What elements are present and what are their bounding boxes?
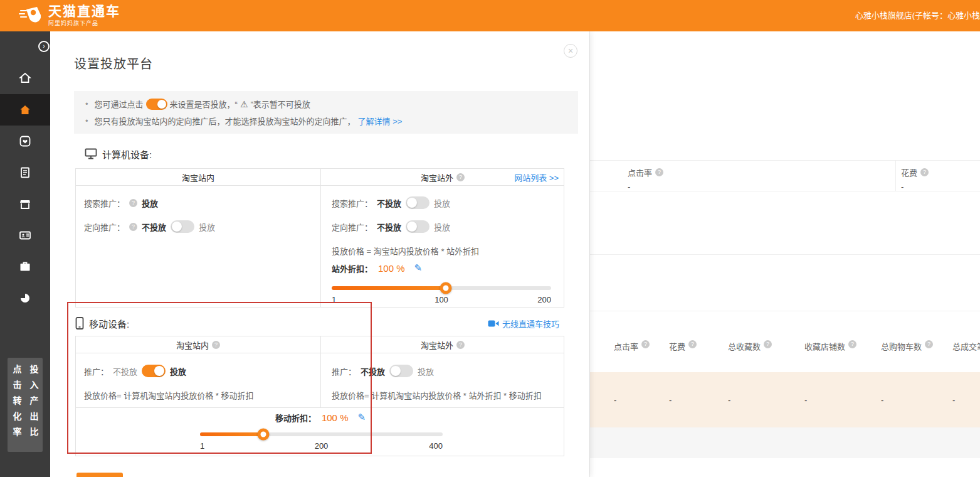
help-icon[interactable]: ? [129, 223, 137, 231]
toggle-knob [407, 222, 417, 232]
tip-target-promotion: 您只有投放淘宝站内的定向推广后，才能选择投放淘宝站外的定向推广， 了解详情 >> [85, 114, 567, 128]
mobile-section-heading: 移动设备: [75, 317, 129, 330]
sidebar-item-report[interactable] [0, 157, 50, 188]
column-header: 花费? [669, 340, 728, 372]
wireless-tips-link[interactable]: 无线直通车技巧 [488, 318, 559, 330]
cell-value: - [952, 395, 980, 405]
help-icon[interactable]: ? [456, 341, 465, 349]
summary-label-text: 点击率 [628, 166, 652, 178]
onsite-target-row: 定向推广： ? 不投放 投放 [84, 220, 215, 233]
cell-value: - [728, 395, 804, 405]
summary-value: - [901, 182, 980, 191]
mobile-discount-value: 100 % [322, 412, 349, 423]
mobile-onsite-toggle[interactable] [142, 365, 166, 377]
account-info[interactable]: 心雅小栈旗舰店(子帐号：心雅小栈 [855, 0, 980, 31]
column-header: 点击率? [614, 340, 669, 372]
slider-fill [200, 432, 263, 436]
tip-toggle-usage: 您可通过点击 来设置是否投放，“ ⚠ ”表示暂不可投放 [85, 97, 567, 111]
cell-value: - [669, 395, 728, 405]
home-icon [19, 72, 31, 84]
learn-more-link[interactable]: 了解详情 >> [358, 115, 403, 127]
sidebar-collapse-button[interactable]: › [38, 41, 50, 52]
offsite-discount-row: 站外折扣： 100 % ✎ [332, 260, 422, 276]
briefcase-icon [19, 260, 31, 273]
slider-mid-label: 200 [315, 441, 329, 451]
instructions-box: 您可通过点击 来设置是否投放，“ ⚠ ”表示暂不可投放 您只有投放淘宝站内的定向… [74, 91, 578, 134]
onsite-search-row: 搜索推广： ? 投放 [84, 196, 158, 210]
sidebar-item-campaign[interactable] [0, 94, 50, 126]
sidebar-item-account[interactable] [0, 220, 50, 251]
offsite-search-toggle[interactable] [406, 196, 429, 209]
background-summary-row: 点击率 ? - 花费 ? - [590, 160, 980, 191]
app-logo[interactable]: 天猫直通车 阿里妈妈旗下产品 [19, 4, 120, 27]
offsite-target-row: 定向推广： 不投放 投放 [332, 220, 450, 233]
metric-roi: 投入产出比 [28, 365, 40, 445]
onsite-column-header: 淘宝站内 [76, 169, 320, 186]
chevron-right-icon: › [43, 42, 45, 50]
divider [590, 311, 980, 311]
pie-chart-icon [19, 292, 31, 304]
offsite-discount-slider[interactable] [332, 286, 551, 290]
cell-value: - [614, 395, 669, 405]
computer-icon [85, 148, 97, 159]
logo-title: 天猫直通车 [48, 4, 120, 19]
slider-max-label: 400 [429, 441, 443, 451]
summary-cell-cost: 花费 ? - [896, 161, 980, 191]
background-table-header: 点击率? 花费? 总收藏数? 收藏店铺数? 总购物车数? 总成交笔 [590, 333, 980, 372]
help-icon[interactable]: ? [129, 199, 137, 207]
mobile-section-heading-row: 移动设备: 无线直通车技巧 [75, 317, 564, 330]
mobile-offsite-row: 推广： 不投放 投放 [332, 364, 434, 378]
help-icon: ? [848, 340, 856, 348]
mobile-platform-table: 淘宝站内 ? 淘宝站外 ? 推广： 不投放 投放 投放价格= 计算机淘宝站内投放… [75, 336, 564, 456]
background-page: 点击率 ? - 花费 ? - 点击率? 花费? 总收藏数? 收藏店铺数? 总购物… [589, 31, 980, 477]
mobile-offsite-toggle[interactable] [389, 365, 413, 377]
shop-icon [19, 198, 31, 210]
confirm-button[interactable] [76, 473, 123, 477]
background-table-empty-row [590, 427, 980, 458]
toggle-knob [154, 366, 164, 376]
edit-icon[interactable]: ✎ [357, 412, 366, 423]
id-card-icon [19, 229, 31, 242]
help-icon[interactable]: ? [456, 173, 465, 181]
sidebar-item-other[interactable] [0, 282, 50, 314]
modal-title: 设置投放平台 [74, 54, 153, 72]
slider-handle[interactable] [257, 429, 269, 441]
help-icon: ? [641, 340, 650, 348]
slider-handle[interactable] [440, 282, 452, 294]
help-icon: ? [925, 340, 933, 348]
mobile-phone-icon [75, 317, 84, 330]
slider-fill [332, 286, 446, 290]
column-divider [320, 169, 321, 307]
sidebar-item-favorite[interactable] [0, 126, 50, 157]
summary-label: 花费 ? [901, 166, 980, 178]
slider-scale: 1 100 200 [332, 295, 551, 305]
heart-icon [19, 135, 31, 147]
slider-min-label: 1 [200, 441, 204, 451]
metrics-vertical-panel: 点击转化率 投入产出比 [8, 358, 43, 452]
metric-click-conversion-rate: 点击转化率 [11, 365, 23, 445]
sidebar-item-shop[interactable] [0, 188, 50, 220]
sidebar-item-toolbox[interactable] [0, 251, 50, 282]
close-icon[interactable]: × [564, 44, 577, 58]
app-header: 天猫直通车 阿里妈妈旗下产品 心雅小栈旗舰店(子帐号：心雅小栈 [0, 0, 980, 31]
mobile-discount-slider[interactable] [200, 432, 443, 436]
toggle-knob [407, 198, 417, 208]
example-toggle [146, 99, 167, 110]
help-icon: ? [764, 340, 772, 348]
cell-value: - [881, 395, 952, 405]
report-icon [19, 166, 31, 179]
help-icon[interactable]: ? [212, 341, 220, 349]
mobile-onsite-formula: 投放价格= 计算机淘宝站内投放价格 * 移动折扣 [84, 388, 254, 402]
summary-label-text: 花费 [901, 166, 917, 178]
toggle-knob [157, 100, 166, 109]
website-list-link[interactable]: 网站列表 >> [514, 171, 559, 183]
zhitongche-logo-icon [19, 5, 43, 26]
column-header: 总收藏数? [728, 340, 804, 372]
mobile-offsite-formula: 投放价格= 计算机淘宝站内投放价格 * 站外折扣 * 移动折扣 [332, 388, 542, 402]
edit-icon[interactable]: ✎ [414, 262, 423, 274]
platform-settings-modal: × 设置投放平台 您可通过点击 来设置是否投放，“ ⚠ ”表示暂不可投放 您只有… [50, 31, 589, 477]
offsite-target-toggle[interactable] [406, 220, 429, 233]
onsite-target-toggle[interactable] [171, 220, 194, 233]
offsite-price-formula: 投放价格 = 淘宝站内投放价格 * 站外折扣 [332, 244, 479, 257]
sidebar-item-home[interactable] [0, 62, 50, 94]
